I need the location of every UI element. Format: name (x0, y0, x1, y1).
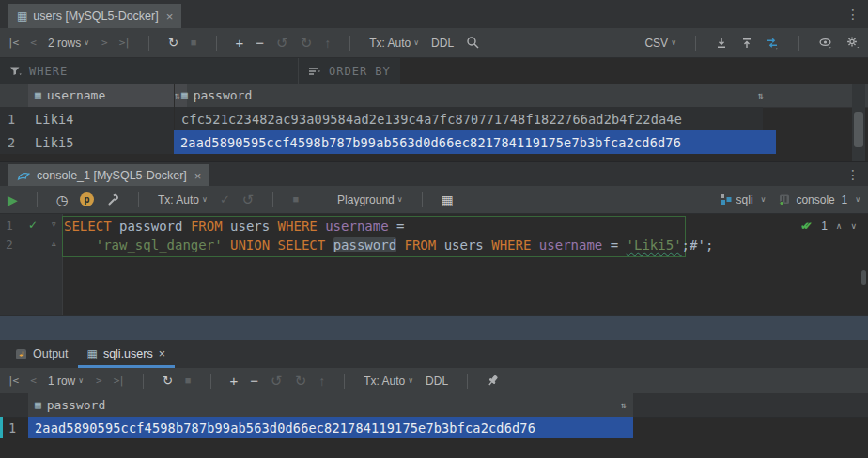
column-header-username[interactable]: ▦ username ⇅ (28, 84, 187, 107)
cell-password-selected[interactable]: 2aad5890595ccf4598b787b99ab563d0d66ec821… (28, 417, 633, 438)
next-result-icon[interactable]: ∨ (850, 221, 857, 231)
table-row: 1 2aad5890595ccf4598b787b99ab563d0d66ec8… (0, 417, 620, 438)
fold-region-end-icon[interactable]: ▵ (52, 238, 56, 248)
run-result-indicator: ✔✔ 1 ∧ ∨ (800, 220, 857, 233)
tx-mode-dropdown[interactable]: Tx: Auto∨ (369, 37, 419, 50)
compare-data-icon[interactable] (766, 37, 780, 50)
executed-check-icon[interactable]: ✓ (28, 219, 38, 232)
line-number: 2 (6, 237, 19, 252)
stop-icon: ■ (185, 375, 192, 386)
tx-mode-dropdown[interactable]: Tx: Auto∨ (364, 374, 413, 388)
result-header-row: ▦ password ⇅ (0, 393, 868, 418)
previous-page-button[interactable]: < (30, 37, 36, 49)
chevron-down-icon: ∨ (761, 195, 767, 204)
last-page-button[interactable]: >| (114, 374, 124, 387)
cell-username[interactable]: Liki4 (28, 107, 187, 130)
page-size-dropdown[interactable]: 1 row∨ (48, 374, 84, 388)
import-upload-icon[interactable] (740, 37, 753, 50)
close-icon[interactable]: × (159, 347, 165, 360)
previous-result-icon[interactable]: ∧ (836, 221, 843, 231)
tab-result-grid[interactable]: ▦ sqli.users × (78, 340, 175, 368)
refresh-icon[interactable]: ↻ (163, 374, 173, 387)
console-toolbar: ▶ ◷ p Tx: Auto∨ ✓ ↺ ■ Playground∨ ▦ (0, 186, 868, 214)
ddl-button[interactable]: DDL (426, 374, 448, 388)
page-size-dropdown[interactable]: 2 rows∨ (48, 37, 89, 50)
cell-username[interactable]: Liki5 (28, 130, 187, 154)
previous-page-button[interactable]: < (30, 374, 36, 387)
result-count: 1 (821, 220, 828, 233)
run-play-icon[interactable]: ▶ (8, 193, 18, 206)
code-line-2[interactable]: 'raw_sql_danger' UNION SELECT password F… (64, 236, 713, 254)
sql-editor[interactable]: 1 2 ✓ ▿ ▵ SELECT password FROM users WHE… (0, 214, 868, 315)
grid-header-row: ▦ username ⇅ ▦ password ⇅ (0, 84, 868, 108)
where-filter-input[interactable]: WHERE (0, 58, 298, 84)
cell-password[interactable]: cfc521c23482ac93a09584ad2e139c4a7fc87077… (174, 107, 777, 130)
wrench-settings-icon[interactable] (106, 193, 119, 206)
sort-toggle-icon[interactable]: ⇅ (758, 90, 764, 100)
next-page-button[interactable]: > (101, 37, 107, 49)
export-download-icon[interactable] (715, 37, 728, 50)
order-by-icon (308, 66, 321, 77)
cell-password-selected[interactable]: 2aad5890595ccf4598b787b99ab563d0d66ec821… (174, 130, 776, 154)
table-row: 1 Liki4 cfc521c23482ac93a09584ad2e139c4a… (0, 107, 763, 130)
next-page-button[interactable]: > (96, 374, 101, 387)
delete-row-button[interactable]: − (250, 374, 258, 388)
last-page-button[interactable]: >| (119, 37, 130, 49)
refresh-icon[interactable]: ↻ (168, 37, 178, 49)
tab-result-label: sqli.users (103, 347, 153, 360)
parameters-icon[interactable]: p (80, 192, 94, 206)
search-icon[interactable] (466, 36, 480, 50)
session-db-icon (778, 193, 791, 206)
editor-gutter: 1 2 ✓ ▿ ▵ (0, 214, 63, 315)
schema-dropdown[interactable]: sqli∨ (720, 193, 767, 206)
tx-mode-dropdown[interactable]: Tx: Auto∨ (158, 193, 208, 206)
code-line-1[interactable]: SELECT password FROM users WHERE usernam… (64, 217, 404, 236)
close-icon[interactable]: × (194, 169, 202, 183)
ddl-button[interactable]: DDL (431, 37, 454, 50)
mysql-dolphin-icon (17, 170, 31, 182)
datagrip-window: ▦ users [MySQL5-Docker] × ⋮ |< < 2 rows∨… (0, 0, 868, 458)
success-check-icon: ✔✔ (800, 220, 813, 233)
grid-scrollbar[interactable] (852, 84, 865, 161)
add-row-button[interactable]: + (236, 36, 244, 50)
delete-row-button[interactable]: − (256, 36, 264, 50)
sort-toggle-icon[interactable]: ⇅ (621, 400, 627, 410)
table-icon: ▦ (87, 348, 98, 359)
view-options-eye-icon[interactable] (818, 37, 833, 50)
column-header-password[interactable]: ▦ password ⇅ (28, 393, 633, 417)
add-row-button[interactable]: + (230, 374, 239, 388)
session-dropdown[interactable]: console_1∨ (778, 193, 860, 206)
editor-scrollbar-thumb[interactable] (861, 270, 866, 285)
chevron-down-icon: ∨ (671, 38, 676, 47)
in-editor-results-icon[interactable]: ▦ (442, 193, 454, 206)
fold-region-start-icon[interactable]: ▿ (52, 220, 56, 229)
close-icon[interactable]: × (166, 9, 174, 23)
order-by-placeholder: ORDER BY (329, 65, 391, 78)
column-header-password[interactable]: ▦ password ⇅ (174, 84, 770, 107)
first-page-button[interactable]: |< (8, 37, 18, 49)
grid-tab-strip: ▦ users [MySQL5-Docker] × ⋮ (0, 0, 868, 28)
pin-tab-icon[interactable] (487, 374, 500, 388)
scrollbar-thumb[interactable] (854, 112, 863, 147)
settings-gear-icon[interactable] (845, 36, 860, 50)
where-placeholder: WHERE (29, 65, 68, 78)
chevron-down-icon: ∨ (413, 38, 419, 47)
tab-output[interactable]: Output (6, 340, 78, 368)
tool-window-header[interactable] (0, 315, 868, 341)
chevron-down-icon: ∨ (78, 376, 84, 385)
export-format-dropdown[interactable]: CSV∨ (644, 37, 676, 50)
kebab-menu-icon[interactable]: ⋮ (846, 167, 860, 182)
history-clock-icon[interactable]: ◷ (56, 193, 68, 206)
schema-icon (720, 193, 732, 206)
tab-users-table[interactable]: ▦ users [MySQL5-Docker] × (8, 4, 181, 28)
result-tab-strip: Output ▦ sqli.users × (0, 340, 868, 368)
chevron-down-icon: ∨ (84, 38, 89, 47)
chevron-down-icon: ∨ (408, 376, 413, 385)
order-by-input[interactable]: ORDER BY (299, 58, 400, 84)
kebab-menu-icon[interactable]: ⋮ (846, 7, 860, 22)
column-icon: ▦ (181, 90, 188, 100)
playground-dropdown[interactable]: Playground∨ (337, 193, 403, 206)
tab-console[interactable]: console_1 [MySQL5-Docker] × (8, 164, 209, 187)
submit-icon: ↑ (318, 374, 325, 388)
first-page-button[interactable]: |< (8, 374, 18, 387)
